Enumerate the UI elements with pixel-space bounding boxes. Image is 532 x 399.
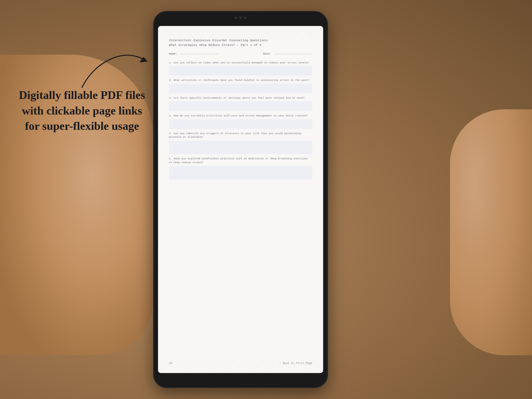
date-field-line <box>274 54 312 54</box>
question-item: 5. Can you identify any triggers or stre… <box>169 132 312 154</box>
answer-box[interactable] <box>169 101 312 111</box>
answer-box[interactable] <box>169 140 312 154</box>
camera-dot-1 <box>235 17 237 19</box>
deco-bottom <box>158 359 323 373</box>
question-text: 4. How do you currently prioritize self-… <box>169 114 312 118</box>
name-field-line <box>180 54 218 54</box>
pdf-title-line2: What Strategies Help Reduce Stress? – Pa… <box>169 43 312 47</box>
question-item: 1. Can you reflect on times when you've … <box>169 61 312 76</box>
tablet-camera <box>235 16 246 19</box>
name-label: Name: <box>169 52 177 55</box>
question-item: 4. How do you currently prioritize self-… <box>169 114 312 129</box>
arrow-decoration <box>66 44 153 93</box>
camera-dot-main <box>239 16 242 19</box>
answer-box[interactable] <box>169 119 312 129</box>
answer-box[interactable] <box>169 166 312 180</box>
camera-dot-2 <box>244 17 246 19</box>
promo-text: Digitally fillable PDF files with clicka… <box>16 87 148 134</box>
question-item: 6. Have you explored mindfulness practic… <box>169 157 312 180</box>
tablet-screen: Intermittent Explosive Disorder Counseli… <box>158 26 323 373</box>
name-date-row: Name: Date: <box>169 52 312 55</box>
tablet-device: Intermittent Explosive Disorder Counseli… <box>153 11 328 388</box>
deco-top <box>158 26 323 40</box>
answer-box[interactable] <box>169 66 312 76</box>
question-item: 2. What activities or techniques have yo… <box>169 78 312 93</box>
question-text: 6. Have you explored mindfulness practic… <box>169 157 312 165</box>
question-text: 2. What activities or techniques have yo… <box>169 78 312 82</box>
question-item: 3. Are there specific environments or se… <box>169 96 312 111</box>
answer-box[interactable] <box>169 84 312 93</box>
promo-headline: Digitally fillable PDF files with clicka… <box>16 87 148 134</box>
date-label: Date: <box>263 52 271 55</box>
hand-right <box>450 109 532 355</box>
pdf-page: Intermittent Explosive Disorder Counseli… <box>158 26 323 373</box>
question-text: 5. Can you identify any triggers or stre… <box>169 132 312 139</box>
question-text: 1. Can you reflect on times when you've … <box>169 61 312 65</box>
questions-list: 1. Can you reflect on times when you've … <box>169 61 312 357</box>
question-text: 3. Are there specific environments or se… <box>169 96 312 100</box>
